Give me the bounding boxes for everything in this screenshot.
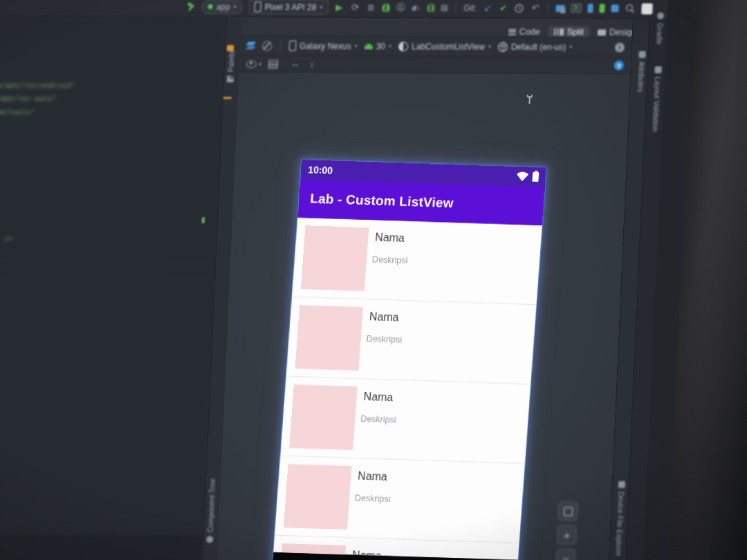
zoom-in-button[interactable]: + — [557, 525, 577, 544]
item-name: Nama — [369, 310, 399, 324]
list-item[interactable]: Nama Deskripsi — [275, 456, 525, 543]
design-surface-icon[interactable] — [247, 41, 256, 50]
attach-debugger-icon[interactable] — [427, 3, 435, 12]
item-name: Nama — [358, 469, 388, 483]
git-rollback-icon[interactable]: ↶ — [531, 3, 541, 14]
palette-tool-button[interactable]: Palette — [226, 50, 236, 83]
design-icon — [598, 29, 606, 35]
api-version-select[interactable]: 30 ▾ — [365, 41, 392, 51]
run-configuration-label: app — [216, 2, 230, 12]
list-item[interactable]: Nama Deskripsi — [292, 218, 542, 305]
search-icon[interactable] — [625, 3, 636, 14]
device-file-explorer-icon — [618, 481, 625, 488]
zoom-controls: + − — [556, 501, 578, 560]
list-item[interactable]: Nama Deskripsi — [280, 377, 531, 464]
panel-divider — [0, 261, 215, 262]
design-surface[interactable]: 10:00 Lab - Custom ListView Nama Deskrip… — [216, 73, 630, 560]
api-version-label: 30 — [376, 41, 386, 51]
run-icon[interactable]: ▶ — [334, 1, 344, 12]
list-item[interactable]: Nama Deskripsi — [286, 297, 537, 384]
apply-changes-icon[interactable]: ⟳ — [350, 1, 360, 12]
attributes-icon — [638, 51, 645, 58]
split-icon — [554, 28, 564, 35]
device-manager-icon[interactable] — [600, 4, 606, 13]
chevron-down-icon: ▾ — [320, 4, 322, 10]
list-view-icon[interactable] — [268, 59, 279, 68]
item-name: Nama — [363, 390, 394, 403]
chevron-down-icon: ▾ — [259, 61, 261, 67]
theme-select[interactable]: LabCustomListView ▾ — [398, 41, 491, 52]
toolbar-divider — [280, 40, 282, 51]
chevron-down-icon: ▾ — [488, 44, 491, 50]
custom-listview[interactable]: Nama Deskripsi Nama Deskripsi Nama Deskr… — [273, 218, 542, 560]
component-tree-icon — [206, 536, 213, 543]
profile-icon[interactable]: Ⓖ — [396, 2, 406, 13]
target-device-label: Pixel 3 API 28 — [264, 2, 316, 12]
device-icon — [254, 1, 261, 12]
tab-split-label: Split — [566, 27, 584, 37]
code-editor[interactable]: roid.com/apk/res/android" com/apk/res-au… — [0, 17, 226, 560]
coverage-marker — [202, 217, 205, 223]
item-thumbnail — [301, 225, 369, 291]
item-description: Deskripsi — [360, 413, 396, 424]
layout-validation-icon — [654, 66, 661, 73]
orientation-icon[interactable] — [262, 41, 273, 50]
item-thumbnail — [295, 305, 363, 371]
chevron-down-icon: ▾ — [355, 43, 358, 49]
design-toolbar-secondary: ▾ ↔ ↕ ? — [239, 55, 631, 74]
zoom-out-button[interactable]: − — [556, 548, 576, 560]
warning-stripe-marker — [223, 97, 232, 99]
git-commit-icon[interactable]: ✔ — [499, 2, 509, 13]
apply-code-changes-icon[interactable]: ≣ — [366, 2, 376, 13]
notifications-icon[interactable] — [642, 3, 654, 14]
view-options-button[interactable]: ▾ — [246, 60, 262, 68]
sdk-manager-icon[interactable] — [611, 5, 619, 12]
phone-preview[interactable]: 10:00 Lab - Custom ListView Nama Deskrip… — [271, 160, 546, 560]
battery-icon — [532, 172, 539, 182]
issue-badge[interactable]: ! — [615, 42, 625, 52]
build-hammer-icon[interactable] — [186, 2, 196, 11]
device-icon — [289, 41, 297, 51]
eye-icon — [246, 60, 257, 68]
wrench-icon[interactable] — [524, 93, 535, 106]
terminal-icon[interactable] — [571, 3, 582, 12]
globe-icon — [498, 41, 508, 51]
project-structure-icon[interactable] — [556, 5, 565, 12]
gradle-label: Gradle — [655, 23, 664, 45]
device-select-label: Galaxy Nexus — [299, 41, 351, 50]
item-thumbnail — [289, 384, 357, 450]
run-configuration-select[interactable]: app ▾ — [201, 0, 243, 14]
target-device-select[interactable]: Pixel 3 API 28 ▾ — [248, 0, 329, 15]
profiler-icon[interactable] — [412, 5, 421, 10]
gradle-tool-button[interactable]: Gradle — [655, 12, 665, 45]
editor-bottom-panel — [0, 534, 203, 560]
theme-icon — [398, 41, 409, 51]
android-icon — [365, 44, 373, 49]
locale-select[interactable]: Default (en-us) ▾ — [498, 41, 573, 51]
chevron-down-icon: ▾ — [233, 3, 236, 10]
debug-icon[interactable] — [382, 3, 390, 12]
item-description: Deskripsi — [355, 493, 391, 504]
git-history-icon[interactable] — [515, 3, 525, 13]
code-line: roid.com/apk/res/android" — [0, 80, 75, 89]
item-description: Deskripsi — [372, 254, 408, 265]
running-dot-icon — [208, 4, 212, 9]
item-name: Nama — [375, 232, 405, 245]
help-badge[interactable]: ? — [614, 61, 625, 71]
item-thumbnail — [284, 464, 351, 530]
theme-select-label: LabCustomListView — [412, 41, 485, 51]
panel-divider — [0, 278, 214, 279]
design-toolbar: Galaxy Nexus ▾ 30 ▾ LabCustomListView ▾ … — [240, 35, 632, 56]
palette-icon — [227, 75, 234, 82]
stop-icon[interactable] — [441, 4, 448, 11]
horizontal-resize-icon[interactable]: ↔ — [290, 59, 301, 70]
device-select[interactable]: Galaxy Nexus ▾ — [289, 41, 358, 51]
git-update-icon[interactable]: ↙ — [483, 2, 493, 13]
git-label: Git: — [463, 3, 477, 12]
chevron-down-icon: ▾ — [569, 44, 572, 50]
zoom-to-fit-button[interactable] — [558, 501, 578, 521]
gradle-icon — [657, 12, 664, 19]
vertical-resize-icon[interactable]: ↕ — [307, 59, 317, 70]
code-line: d.com/tools" — [0, 107, 35, 116]
avd-manager-icon[interactable] — [588, 3, 594, 12]
